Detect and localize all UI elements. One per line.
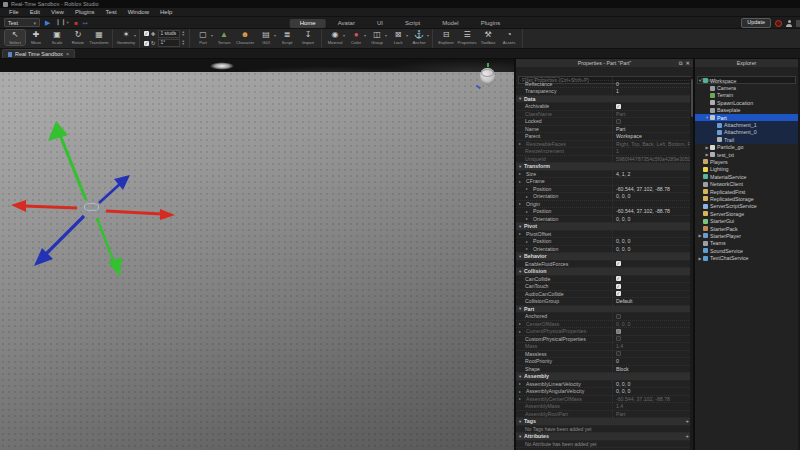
property-value[interactable]: 0, 0, 0: [612, 216, 693, 223]
properties-button[interactable]: ☰Properties: [457, 30, 477, 45]
property-value[interactable]: [612, 178, 693, 185]
property-parent[interactable]: ParentWorkspace: [516, 133, 693, 141]
checkbox-checked[interactable]: ✓: [616, 291, 621, 296]
menu-test[interactable]: Test: [101, 8, 122, 17]
lock-button[interactable]: ⊠▾Lock: [388, 30, 408, 45]
explorer-item-attachment-0[interactable]: Attachment_0: [695, 129, 798, 136]
property-shape[interactable]: ShapeBlock: [516, 366, 693, 374]
section-attributes[interactable]: ▾Attributes+: [516, 433, 693, 441]
transform-button[interactable]: ▦Transform: [89, 30, 109, 45]
step-button[interactable]: ↦: [83, 18, 88, 28]
checkbox-unchecked[interactable]: [616, 314, 621, 319]
property-value[interactable]: Block: [612, 366, 693, 373]
explorer-item-part[interactable]: ▼Part: [695, 114, 798, 121]
checkbox-unchecked[interactable]: [616, 336, 621, 341]
explorer-item-lighting[interactable]: Lighting: [695, 166, 798, 173]
selected-part-outline[interactable]: [84, 203, 99, 211]
property-value[interactable]: 0, 0, 0: [612, 321, 693, 328]
snap-checkbox[interactable]: ✓: [144, 41, 149, 46]
property-collisiongroup[interactable]: CollisionGroupDefault: [516, 298, 693, 306]
expand-icon[interactable]: ▸: [519, 321, 524, 326]
tab-ui[interactable]: UI: [367, 19, 393, 28]
property-value[interactable]: Default: [612, 298, 693, 305]
property-value[interactable]: 1.4: [612, 403, 693, 410]
property-value[interactable]: ✓: [612, 103, 693, 110]
property-size[interactable]: ▸Size4, 1, 2: [516, 171, 693, 179]
script-button[interactable]: ≣Script: [277, 30, 297, 45]
explorer-panel-header[interactable]: Explorer: [695, 59, 798, 67]
snap-stepper[interactable]: ▲▼: [182, 40, 185, 46]
property-reflectance[interactable]: Reflectance0: [516, 81, 693, 89]
property-value[interactable]: Part: [612, 411, 693, 418]
property-value[interactable]: Part: [612, 126, 693, 133]
stop-button[interactable]: ■: [74, 18, 78, 28]
menu-window[interactable]: Window: [123, 8, 154, 17]
property-orientation[interactable]: ▸Orientation0, 0, 0: [516, 246, 693, 254]
property-value[interactable]: 0, 0, 0: [612, 193, 693, 200]
gui-button[interactable]: ▤▾GUI: [256, 30, 276, 45]
explorer-item-test-txt[interactable]: ▶test_txt: [695, 151, 798, 158]
property-position[interactable]: ▸Position0, 0, 0: [516, 238, 693, 246]
tab-model[interactable]: Model: [432, 19, 468, 28]
close-tab-icon[interactable]: ×: [66, 51, 69, 57]
explorer-item-textchatservice[interactable]: ▶TextChatService: [695, 254, 798, 261]
property-value[interactable]: 0: [612, 358, 693, 365]
snap-stepper[interactable]: ▲▼: [182, 31, 185, 37]
explorer-button[interactable]: ⊟Explorer: [436, 30, 456, 45]
property-mass[interactable]: Mass1.4: [516, 343, 693, 351]
property-value[interactable]: [612, 336, 693, 343]
property-audiocancollide[interactable]: AudioCanCollide✓: [516, 291, 693, 299]
explorer-item-terrain[interactable]: Terrain: [695, 92, 798, 99]
property-value[interactable]: Part: [612, 111, 693, 118]
explorer-item-replicatedfirst[interactable]: ReplicatedFirst: [695, 188, 798, 195]
property-value[interactable]: ✓: [612, 276, 693, 283]
property-value[interactable]: [612, 201, 693, 208]
property-locked[interactable]: Locked: [516, 118, 693, 126]
expand-icon[interactable]: ▸: [526, 246, 531, 251]
section-transform[interactable]: ▾Transform: [516, 163, 693, 171]
scale-button[interactable]: ▣Scale: [47, 30, 67, 45]
property-name[interactable]: NamePart: [516, 126, 693, 134]
section-tags[interactable]: ▾Tags+: [516, 418, 693, 426]
property-value[interactable]: 5980f44787354c5f0a4289e305040b36: [612, 156, 693, 163]
property-assemblycenterofmass[interactable]: ▸AssemblyCenterOfMass-60.544, 37.102, -8…: [516, 396, 693, 404]
property-transparency[interactable]: Transparency1: [516, 88, 693, 96]
section-assembly[interactable]: ▾Assembly: [516, 373, 693, 381]
property-value[interactable]: [612, 351, 693, 358]
property-value[interactable]: ✓: [612, 328, 693, 335]
property-value[interactable]: -60.544, 37.102, -88.78: [612, 208, 693, 215]
property-origin[interactable]: ▸Origin: [516, 201, 693, 209]
checkbox-checked[interactable]: ✓: [616, 276, 621, 281]
explorer-item-baseplate[interactable]: Baseplate: [695, 107, 798, 114]
expand-icon[interactable]: ▸: [526, 186, 531, 191]
property-anchored[interactable]: Anchored: [516, 313, 693, 321]
recording-indicator-icon[interactable]: [775, 20, 782, 27]
expand-icon[interactable]: ▸: [526, 194, 531, 199]
property-value[interactable]: ✓: [612, 283, 693, 290]
update-button[interactable]: Update: [741, 18, 771, 28]
property-resizeablefaces[interactable]: ▸ResizeableFacesRight, Top, Back, Left, …: [516, 141, 693, 149]
property-classname[interactable]: ClassNamePart: [516, 111, 693, 119]
property-value[interactable]: [612, 313, 693, 320]
property-value[interactable]: 4, 1, 2: [612, 171, 693, 178]
snap-value[interactable]: 1°: [158, 39, 180, 47]
expand-icon[interactable]: ▸: [519, 381, 524, 386]
property-enablefluidforces[interactable]: EnableFluidForces✓: [516, 261, 693, 269]
collapsed-panel-icon[interactable]: [796, 20, 800, 27]
menu-edit[interactable]: Edit: [25, 8, 45, 17]
properties-panel-header[interactable]: Properties - Part "Part" ⧉ ✕: [516, 59, 693, 67]
property-value[interactable]: 1: [612, 148, 693, 155]
property-cantouch[interactable]: CanTouch✓: [516, 283, 693, 291]
anchor-button[interactable]: ⚓▾Anchor: [409, 30, 429, 45]
expand-icon[interactable]: ▸: [526, 216, 531, 221]
menu-file[interactable]: File: [4, 8, 24, 17]
explorer-item-attachment-1[interactable]: Attachment_1: [695, 121, 798, 128]
expand-icon[interactable]: ▸: [519, 141, 524, 146]
tab-real-time-sandbox[interactable]: Real Time Sandbox ×: [2, 49, 75, 58]
explorer-item-replicatedstorage[interactable]: ReplicatedStorage: [695, 195, 798, 202]
expand-icon[interactable]: ▸: [519, 179, 524, 184]
section-collision[interactable]: ▾Collision: [516, 268, 693, 276]
property-assemblyangularvelocity[interactable]: ▸AssemblyAngularVelocity0, 0, 0: [516, 388, 693, 396]
property-value[interactable]: ✓: [612, 261, 693, 268]
property-value[interactable]: Workspace: [612, 133, 693, 140]
